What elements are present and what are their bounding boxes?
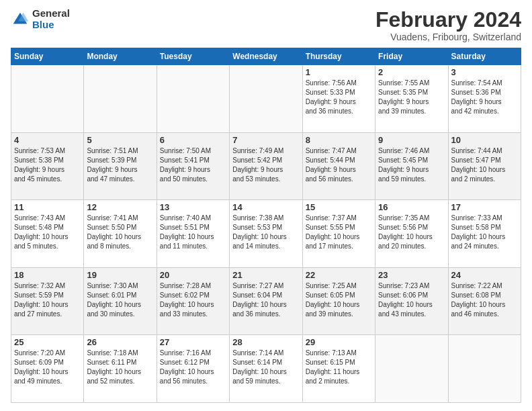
logo-blue-label: Blue (32, 19, 70, 31)
day-number: 8 (306, 135, 372, 145)
day-info: Sunrise: 7:23 AM Sunset: 6:06 PM Dayligh… (378, 281, 445, 319)
table-row: 16Sunrise: 7:35 AM Sunset: 5:56 PM Dayli… (375, 200, 448, 268)
day-number: 24 (451, 270, 518, 280)
table-row: 8Sunrise: 7:47 AM Sunset: 5:44 PM Daylig… (302, 132, 375, 200)
col-monday: Monday (84, 48, 157, 65)
col-thursday: Thursday (302, 48, 375, 65)
day-info: Sunrise: 7:56 AM Sunset: 5:33 PM Dayligh… (306, 79, 372, 116)
table-row: 11Sunrise: 7:43 AM Sunset: 5:48 PM Dayli… (11, 200, 84, 268)
day-info: Sunrise: 7:40 AM Sunset: 5:51 PM Dayligh… (160, 214, 226, 251)
day-number: 11 (14, 202, 81, 212)
day-info: Sunrise: 7:51 AM Sunset: 5:39 PM Dayligh… (87, 146, 153, 184)
logo-general-label: General (32, 8, 70, 19)
day-number: 22 (306, 270, 372, 280)
table-row (157, 65, 229, 133)
table-row: 9Sunrise: 7:46 AM Sunset: 5:45 PM Daylig… (375, 132, 448, 200)
table-row: 17Sunrise: 7:33 AM Sunset: 5:58 PM Dayli… (448, 200, 521, 268)
table-row (11, 65, 84, 133)
table-row: 14Sunrise: 7:38 AM Sunset: 5:53 PM Dayli… (230, 200, 302, 268)
day-number: 5 (87, 135, 153, 145)
day-info: Sunrise: 7:22 AM Sunset: 6:08 PM Dayligh… (451, 281, 518, 319)
table-row: 26Sunrise: 7:18 AM Sunset: 6:11 PM Dayli… (84, 335, 157, 403)
calendar-week-row: 4Sunrise: 7:53 AM Sunset: 5:38 PM Daylig… (11, 132, 521, 200)
table-row: 22Sunrise: 7:25 AM Sunset: 6:05 PM Dayli… (302, 267, 375, 335)
table-row: 25Sunrise: 7:20 AM Sunset: 6:09 PM Dayli… (11, 335, 84, 403)
day-number: 10 (451, 135, 518, 145)
day-info: Sunrise: 7:38 AM Sunset: 5:53 PM Dayligh… (232, 214, 299, 251)
day-info: Sunrise: 7:30 AM Sunset: 6:01 PM Dayligh… (87, 281, 153, 319)
day-info: Sunrise: 7:13 AM Sunset: 6:15 PM Dayligh… (306, 349, 372, 386)
logo-icon (11, 10, 30, 29)
day-info: Sunrise: 7:43 AM Sunset: 5:48 PM Dayligh… (14, 214, 81, 251)
day-number: 16 (378, 202, 445, 212)
day-info: Sunrise: 7:55 AM Sunset: 5:35 PM Dayligh… (378, 79, 445, 116)
table-row (448, 335, 521, 403)
col-friday: Friday (375, 48, 448, 65)
day-info: Sunrise: 7:35 AM Sunset: 5:56 PM Dayligh… (378, 214, 445, 251)
calendar-week-row: 25Sunrise: 7:20 AM Sunset: 6:09 PM Dayli… (11, 335, 521, 403)
day-info: Sunrise: 7:33 AM Sunset: 5:58 PM Dayligh… (451, 214, 518, 251)
table-row: 7Sunrise: 7:49 AM Sunset: 5:42 PM Daylig… (230, 132, 302, 200)
title-block: February 2024 Vuadens, Fribourg, Switzer… (375, 8, 521, 42)
day-number: 27 (160, 337, 226, 347)
table-row: 4Sunrise: 7:53 AM Sunset: 5:38 PM Daylig… (11, 132, 84, 200)
logo-text: General Blue (32, 8, 70, 30)
table-row: 15Sunrise: 7:37 AM Sunset: 5:55 PM Dayli… (302, 200, 375, 268)
day-number: 17 (451, 202, 518, 212)
table-row (84, 65, 157, 133)
table-row: 29Sunrise: 7:13 AM Sunset: 6:15 PM Dayli… (302, 335, 375, 403)
day-number: 25 (14, 337, 81, 347)
day-info: Sunrise: 7:18 AM Sunset: 6:11 PM Dayligh… (87, 349, 153, 386)
day-info: Sunrise: 7:32 AM Sunset: 5:59 PM Dayligh… (14, 281, 81, 319)
day-info: Sunrise: 7:41 AM Sunset: 5:50 PM Dayligh… (87, 214, 153, 251)
day-number: 4 (14, 135, 81, 145)
table-row: 27Sunrise: 7:16 AM Sunset: 6:12 PM Dayli… (157, 335, 229, 403)
day-number: 3 (451, 67, 518, 77)
page: General Blue February 2024 Vuadens, Frib… (0, 0, 532, 411)
day-info: Sunrise: 7:28 AM Sunset: 6:02 PM Dayligh… (160, 281, 226, 319)
table-row: 13Sunrise: 7:40 AM Sunset: 5:51 PM Dayli… (157, 200, 229, 268)
table-row: 2Sunrise: 7:55 AM Sunset: 5:35 PM Daylig… (375, 65, 448, 133)
col-saturday: Saturday (448, 48, 521, 65)
day-info: Sunrise: 7:49 AM Sunset: 5:42 PM Dayligh… (232, 146, 299, 184)
table-row: 20Sunrise: 7:28 AM Sunset: 6:02 PM Dayli… (157, 267, 229, 335)
table-row: 10Sunrise: 7:44 AM Sunset: 5:47 PM Dayli… (448, 132, 521, 200)
day-number: 1 (306, 67, 372, 77)
day-info: Sunrise: 7:14 AM Sunset: 6:14 PM Dayligh… (232, 349, 299, 386)
day-info: Sunrise: 7:50 AM Sunset: 5:41 PM Dayligh… (160, 146, 226, 184)
day-number: 26 (87, 337, 153, 347)
table-row: 1Sunrise: 7:56 AM Sunset: 5:33 PM Daylig… (302, 65, 375, 133)
day-number: 14 (232, 202, 299, 212)
table-row: 6Sunrise: 7:50 AM Sunset: 5:41 PM Daylig… (157, 132, 229, 200)
day-number: 29 (306, 337, 372, 347)
day-info: Sunrise: 7:47 AM Sunset: 5:44 PM Dayligh… (306, 146, 372, 184)
day-info: Sunrise: 7:44 AM Sunset: 5:47 PM Dayligh… (451, 146, 518, 184)
table-row: 23Sunrise: 7:23 AM Sunset: 6:06 PM Dayli… (375, 267, 448, 335)
day-info: Sunrise: 7:53 AM Sunset: 5:38 PM Dayligh… (14, 146, 81, 184)
table-row: 5Sunrise: 7:51 AM Sunset: 5:39 PM Daylig… (84, 132, 157, 200)
calendar-header-row: Sunday Monday Tuesday Wednesday Thursday… (11, 48, 521, 65)
table-row: 19Sunrise: 7:30 AM Sunset: 6:01 PM Dayli… (84, 267, 157, 335)
day-number: 6 (160, 135, 226, 145)
day-info: Sunrise: 7:25 AM Sunset: 6:05 PM Dayligh… (306, 281, 372, 319)
day-info: Sunrise: 7:54 AM Sunset: 5:36 PM Dayligh… (451, 79, 518, 116)
calendar-week-row: 18Sunrise: 7:32 AM Sunset: 5:59 PM Dayli… (11, 267, 521, 335)
day-number: 7 (232, 135, 299, 145)
day-info: Sunrise: 7:16 AM Sunset: 6:12 PM Dayligh… (160, 349, 226, 386)
table-row (375, 335, 448, 403)
day-number: 2 (378, 67, 445, 77)
day-info: Sunrise: 7:37 AM Sunset: 5:55 PM Dayligh… (306, 214, 372, 251)
day-number: 9 (378, 135, 445, 145)
calendar-week-row: 11Sunrise: 7:43 AM Sunset: 5:48 PM Dayli… (11, 200, 521, 268)
day-info: Sunrise: 7:27 AM Sunset: 6:04 PM Dayligh… (232, 281, 299, 319)
day-number: 19 (87, 270, 153, 280)
table-row: 12Sunrise: 7:41 AM Sunset: 5:50 PM Dayli… (84, 200, 157, 268)
day-number: 28 (232, 337, 299, 347)
day-number: 12 (87, 202, 153, 212)
title-location: Vuadens, Fribourg, Switzerland (375, 32, 521, 42)
calendar-table: Sunday Monday Tuesday Wednesday Thursday… (11, 48, 521, 403)
day-number: 15 (306, 202, 372, 212)
day-number: 20 (160, 270, 226, 280)
col-sunday: Sunday (11, 48, 84, 65)
day-info: Sunrise: 7:46 AM Sunset: 5:45 PM Dayligh… (378, 146, 445, 184)
